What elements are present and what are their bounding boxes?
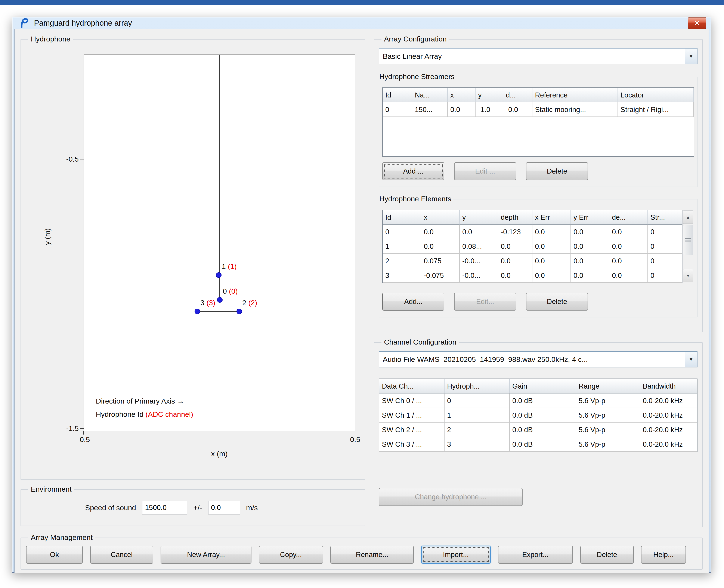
export-button[interactable]: Export... bbox=[498, 546, 573, 564]
table-cell: 0.0 bbox=[448, 102, 476, 117]
speed-units-label: m/s bbox=[246, 504, 258, 512]
table-cell: 0.0 bbox=[571, 225, 609, 239]
change-hydrophone-button[interactable]: Change hydrophone ... bbox=[379, 488, 522, 506]
dropdown-arrow-icon[interactable]: ▼ bbox=[685, 48, 697, 64]
table-cell: 0.0-20.0 kHz bbox=[640, 408, 697, 423]
plus-minus-label: +/- bbox=[193, 504, 202, 512]
titlebar[interactable]: Pamguard hydrophone array ✕ bbox=[12, 17, 711, 29]
table-cell: 5.6 Vp-p bbox=[576, 437, 640, 451]
streamers-add-button[interactable]: Add ... bbox=[382, 162, 444, 180]
cancel-button[interactable]: Cancel bbox=[90, 546, 153, 564]
table-cell: 0 bbox=[648, 254, 682, 268]
hydrophone-dot bbox=[216, 272, 222, 278]
table-row[interactable]: 10.00.08...0.00.00.00.00 bbox=[383, 239, 682, 254]
scroll-thumb-grip-icon bbox=[685, 238, 691, 242]
hydrophone-groupbox: Hydrophone y (m) -0.5 -1.5 bbox=[21, 39, 365, 480]
y-tick-label: -0.5 bbox=[53, 155, 79, 163]
close-button[interactable]: ✕ bbox=[688, 17, 706, 29]
table-cell: 3 bbox=[444, 437, 510, 451]
hydrophone-point-label: 0 (0) bbox=[223, 287, 238, 295]
hydrophone-dot bbox=[236, 309, 242, 314]
dialog-pamguard-hydrophone-array: Pamguard hydrophone array ✕ Hydrophone y… bbox=[12, 17, 711, 573]
table-cell: 0.0 dB bbox=[510, 394, 576, 408]
column-header: Id bbox=[383, 210, 421, 225]
table-cell: SW Ch 1 / ... bbox=[379, 408, 444, 423]
scroll-down-button[interactable]: ▼ bbox=[683, 269, 693, 282]
table-cell: -0.0... bbox=[460, 254, 498, 268]
x-axis-label: x (m) bbox=[204, 449, 234, 458]
elements-table-scrollbar[interactable]: ▲ ▼ bbox=[682, 210, 694, 283]
table-cell: 0.0 dB bbox=[510, 437, 576, 451]
help-button[interactable]: Help... bbox=[641, 546, 686, 564]
table-row[interactable]: 3-0.075-0.0...0.00.00.00.00 bbox=[383, 268, 682, 283]
hydrophone-point-label: 2 (2) bbox=[242, 299, 257, 307]
table-cell: Straight / Rigi... bbox=[618, 102, 694, 117]
streamers-edit-button[interactable]: Edit ... bbox=[454, 162, 516, 180]
table-cell: -0.123 bbox=[498, 225, 533, 239]
hydrophone-elements-title: Hydrophone Elements bbox=[379, 195, 453, 203]
hydrophone-pair-line bbox=[198, 311, 239, 312]
table-cell: SW Ch 0 / ... bbox=[379, 394, 444, 408]
speed-of-sound-input[interactable] bbox=[142, 501, 187, 514]
hydrophone-streamers-section: Hydrophone Streamers IdNa...xyd...Refere… bbox=[379, 77, 698, 187]
table-row[interactable]: 00.00.0-0.1230.00.00.00 bbox=[383, 225, 682, 239]
table-cell: 0.0 bbox=[571, 268, 609, 283]
table-cell: 150... bbox=[412, 102, 448, 117]
column-header: depth bbox=[498, 210, 533, 225]
table-row[interactable]: 20.075-0.0...0.00.00.00.00 bbox=[383, 254, 682, 268]
elements-add-button[interactable]: Add... bbox=[382, 293, 444, 311]
table-cell: 0.0 bbox=[533, 239, 571, 254]
copy-button[interactable]: Copy... bbox=[259, 546, 323, 564]
speed-error-input[interactable] bbox=[208, 501, 240, 514]
table-row[interactable]: SW Ch 1 / ...10.0 dB5.6 Vp-p0.0-20.0 kHz bbox=[379, 408, 697, 423]
channels-table[interactable]: Data Ch...Hydroph...GainRangeBandwidth S… bbox=[379, 379, 698, 452]
table-cell: 0.0 bbox=[498, 268, 533, 283]
table-cell: 0.0 bbox=[609, 254, 648, 268]
scroll-up-button[interactable]: ▲ bbox=[683, 211, 693, 224]
elements-edit-button[interactable]: Edit... bbox=[454, 293, 516, 311]
x-tick-mark bbox=[83, 431, 84, 435]
column-header: Str... bbox=[648, 210, 682, 225]
table-cell: -0.075 bbox=[421, 268, 460, 283]
streamers-table-header: IdNa...xyd...ReferenceLocator bbox=[383, 88, 694, 102]
hydrophone-plot[interactable]: 1 (1) 0 (0) 3 (3) bbox=[84, 55, 355, 431]
table-row[interactable]: SW Ch 3 / ...30.0 dB5.6 Vp-p0.0-20.0 kHz bbox=[379, 437, 697, 451]
column-header: y bbox=[460, 210, 498, 225]
scroll-thumb[interactable] bbox=[683, 225, 693, 255]
table-cell: 0.0 bbox=[460, 225, 498, 239]
table-cell: SW Ch 3 / ... bbox=[379, 437, 444, 451]
rename-button[interactable]: Rename... bbox=[330, 546, 414, 564]
elements-table-header: Idxydepthx Erry Errde...Str... bbox=[383, 210, 682, 225]
audio-source-dropdown[interactable]: Audio File WAMS_20210205_141959_988.wav … bbox=[379, 351, 698, 368]
import-button[interactable]: Import... bbox=[421, 546, 491, 564]
dialog-client-area: Hydrophone y (m) -0.5 -1.5 bbox=[14, 29, 709, 573]
scroll-track[interactable] bbox=[683, 224, 693, 269]
streamers-table[interactable]: IdNa...xyd...ReferenceLocator 0150...0.0… bbox=[382, 87, 694, 157]
table-row[interactable]: 0150...0.0-1.0-0.0Static mooring...Strai… bbox=[383, 102, 694, 117]
new-array-button[interactable]: New Array... bbox=[161, 546, 251, 564]
pamguard-logo-icon bbox=[19, 18, 30, 29]
environment-groupbox: Environment Speed of sound +/- m/s bbox=[21, 489, 365, 526]
table-row[interactable]: SW Ch 0 / ...00.0 dB5.6 Vp-p0.0-20.0 kHz bbox=[379, 394, 697, 408]
table-cell: 0.0 bbox=[571, 254, 609, 268]
dropdown-arrow-icon[interactable]: ▼ bbox=[685, 352, 697, 367]
array-type-dropdown[interactable]: Basic Linear Array ▼ bbox=[379, 48, 698, 64]
environment-groupbox-title: Environment bbox=[28, 485, 74, 493]
primary-axis-line bbox=[219, 55, 220, 300]
table-cell: 0.0 bbox=[421, 239, 460, 254]
x-tick-label: 0.5 bbox=[340, 435, 370, 444]
streamers-delete-button[interactable]: Delete bbox=[526, 162, 588, 180]
elements-delete-button[interactable]: Delete bbox=[526, 293, 588, 311]
close-icon: ✕ bbox=[694, 19, 700, 27]
ok-button[interactable]: Ok bbox=[26, 546, 83, 564]
table-cell: 1 bbox=[383, 239, 421, 254]
table-cell: 2 bbox=[383, 254, 421, 268]
elements-table-body: 00.00.0-0.1230.00.00.0010.00.08...0.00.0… bbox=[383, 225, 682, 283]
hydrophone-plot-region: y (m) -0.5 -1.5 1 (1) bbox=[21, 40, 365, 479]
elements-table[interactable]: Idxydepthx Erry Errde...Str... 00.00.0-0… bbox=[382, 210, 694, 283]
table-cell: 5.6 Vp-p bbox=[576, 423, 640, 437]
delete-button[interactable]: Delete bbox=[580, 546, 634, 564]
table-row[interactable]: SW Ch 2 / ...20.0 dB5.6 Vp-p0.0-20.0 kHz bbox=[379, 423, 697, 437]
hydrophone-point-label: 1 (1) bbox=[222, 262, 237, 271]
table-cell: 1 bbox=[444, 408, 510, 423]
